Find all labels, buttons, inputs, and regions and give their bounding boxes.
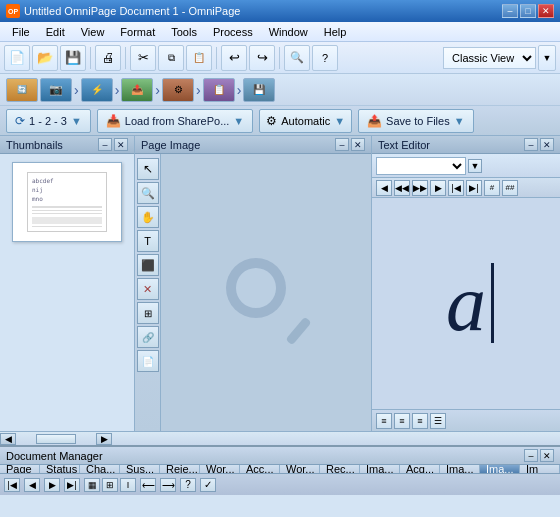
step-123-btn[interactable]: ⟳ 1 - 2 - 3 ▼	[6, 109, 91, 133]
menu-edit[interactable]: Edit	[38, 24, 73, 40]
col-reje[interactable]: Reje...	[160, 465, 200, 473]
print-button[interactable]: 🖨	[95, 45, 121, 71]
new-button[interactable]: 📄	[4, 45, 30, 71]
nav-prev-btn[interactable]: ◀	[24, 478, 40, 492]
col-im[interactable]: Im	[520, 465, 560, 473]
scroll-thumb[interactable]	[36, 434, 76, 444]
paste-button[interactable]: 📋	[186, 45, 212, 71]
tb-rewind[interactable]: ◀◀	[394, 180, 410, 196]
tb-prev[interactable]: ◀	[376, 180, 392, 196]
view-dropdown-btn[interactable]: ▼	[538, 45, 556, 71]
tb-next[interactable]: ▶	[430, 180, 446, 196]
menu-file[interactable]: File	[4, 24, 38, 40]
tb-align-center[interactable]: ≡	[394, 413, 410, 429]
col-sus[interactable]: Sus...	[120, 465, 160, 473]
tool-table[interactable]: ⊞	[137, 302, 159, 324]
main-scrollbar[interactable]: ◀ ▶	[0, 431, 560, 445]
wf-icon-2[interactable]: 📷	[40, 78, 72, 102]
cut-button[interactable]: ✂	[130, 45, 156, 71]
menu-help[interactable]: Help	[316, 24, 355, 40]
font-dropdown-btn[interactable]: ▼	[468, 159, 482, 173]
menu-window[interactable]: Window	[261, 24, 316, 40]
nav-last-btn[interactable]: ▶|	[64, 478, 80, 492]
tool-graphic[interactable]: ⬛	[137, 254, 159, 276]
undo-button[interactable]: ↩	[221, 45, 247, 71]
close-button[interactable]: ✕	[538, 4, 554, 18]
redo-button[interactable]: ↪	[249, 45, 275, 71]
tb-align-left[interactable]: ≡	[376, 413, 392, 429]
maximize-button[interactable]: □	[520, 4, 536, 18]
menu-tools[interactable]: Tools	[163, 24, 205, 40]
minimize-button[interactable]: –	[502, 4, 518, 18]
tool-text[interactable]: T	[137, 230, 159, 252]
nav-next-btn[interactable]: ▶	[44, 478, 60, 492]
wf-icon-7[interactable]: 💾	[243, 78, 275, 102]
tb-hash[interactable]: #	[484, 180, 500, 196]
help-button[interactable]: ?	[312, 45, 338, 71]
nav-first-btn[interactable]: |◀	[4, 478, 20, 492]
status-check-btn[interactable]: ✓	[200, 478, 216, 492]
load-btn[interactable]: 📥 Load from SharePo... ▼	[97, 109, 253, 133]
menu-format[interactable]: Format	[112, 24, 163, 40]
tool-select[interactable]: ↖	[137, 158, 159, 180]
tb-hash2[interactable]: ##	[502, 180, 518, 196]
save-to-files-btn[interactable]: 📤 Save to Files ▼	[358, 109, 473, 133]
zoom-button[interactable]: 🔍	[284, 45, 310, 71]
tool-page[interactable]: 📄	[137, 350, 159, 372]
wf-icon-1[interactable]: 🔄	[6, 78, 38, 102]
thumbnail-item[interactable]: abcdef nij mno	[12, 162, 122, 242]
view-select[interactable]: Classic View	[443, 47, 536, 69]
tool-cross[interactable]: ✕	[137, 278, 159, 300]
tool-zoom[interactable]: 🔍	[137, 182, 159, 204]
wf-icon-5[interactable]: ⚙	[162, 78, 194, 102]
tb-align-right[interactable]: ≡	[412, 413, 428, 429]
wf-icon-6[interactable]: 📋	[203, 78, 235, 102]
menu-process[interactable]: Process	[205, 24, 261, 40]
doc-manager-close-btn[interactable]: ✕	[540, 449, 554, 462]
status-icon-5[interactable]: ⟶	[160, 478, 176, 492]
font-select[interactable]	[376, 157, 466, 175]
status-icon-1[interactable]: ▦	[84, 478, 100, 492]
auto-dropdown[interactable]: ⚙ Automatic ▼	[259, 109, 352, 133]
col-ima2[interactable]: Ima...	[440, 465, 480, 473]
text-area[interactable]: a	[372, 198, 560, 409]
thumbnails-close-btn[interactable]: ✕	[114, 138, 128, 151]
tb-last[interactable]: ▶|	[466, 180, 482, 196]
col-wor2[interactable]: Wor...	[280, 465, 320, 473]
menu-view[interactable]: View	[73, 24, 113, 40]
page-image-flex: ↖ 🔍 ✋ T ⬛ ✕ ⊞ 🔗 📄	[135, 154, 371, 431]
tool-link[interactable]: 🔗	[137, 326, 159, 348]
menu-bar: File Edit View Format Tools Process Wind…	[0, 22, 560, 42]
page-image-close-btn[interactable]: ✕	[351, 138, 365, 151]
thumbnails-min-btn[interactable]: –	[98, 138, 112, 151]
col-acq[interactable]: Acq...	[400, 465, 440, 473]
col-page[interactable]: Page	[0, 465, 40, 473]
wf-arrow2: ›	[115, 82, 120, 98]
open-button[interactable]: 📂	[32, 45, 58, 71]
scroll-right-btn[interactable]: ▶	[96, 433, 112, 445]
save-button[interactable]: 💾	[60, 45, 86, 71]
doc-manager-min-btn[interactable]: –	[524, 449, 538, 462]
col-ima3[interactable]: Ima...	[480, 465, 520, 473]
status-icon-3[interactable]: I	[120, 478, 136, 492]
status-help-btn[interactable]: ?	[180, 478, 196, 492]
col-status[interactable]: Status	[40, 465, 80, 473]
wf-icon-3[interactable]: ⚡	[81, 78, 113, 102]
tb-first[interactable]: |◀	[448, 180, 464, 196]
copy-button[interactable]: ⧉	[158, 45, 184, 71]
scroll-left-btn[interactable]: ◀	[0, 433, 16, 445]
tb-forward[interactable]: ▶▶	[412, 180, 428, 196]
tb-list[interactable]: ☰	[430, 413, 446, 429]
tool-pan[interactable]: ✋	[137, 206, 159, 228]
text-editor-close-btn[interactable]: ✕	[540, 138, 554, 151]
col-cha[interactable]: Cha...	[80, 465, 120, 473]
page-image-min-btn[interactable]: –	[335, 138, 349, 151]
col-acc[interactable]: Acc...	[240, 465, 280, 473]
status-icon-4[interactable]: ⟵	[140, 478, 156, 492]
col-ima1[interactable]: Ima...	[360, 465, 400, 473]
wf-icon-4[interactable]: 📤	[121, 78, 153, 102]
col-wor1[interactable]: Wor...	[200, 465, 240, 473]
status-icon-2[interactable]: ⊞	[102, 478, 118, 492]
text-editor-min-btn[interactable]: –	[524, 138, 538, 151]
col-rec[interactable]: Rec...	[320, 465, 360, 473]
